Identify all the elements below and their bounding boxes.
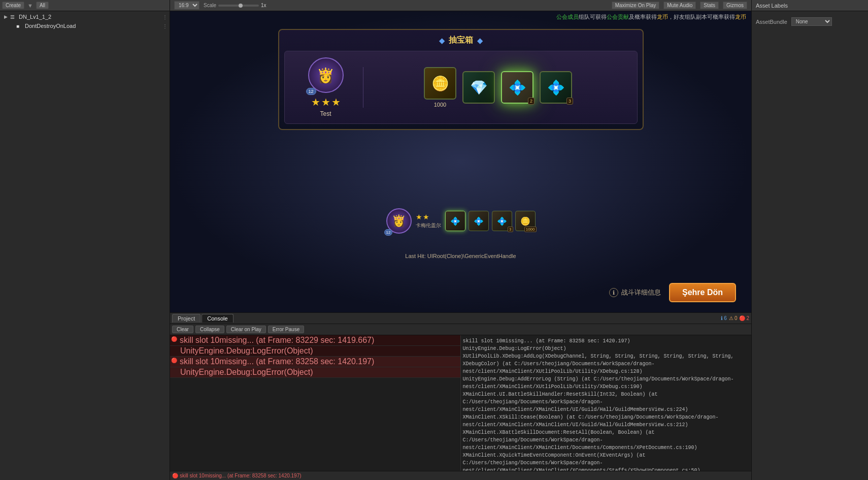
action-area: ℹ 战斗详细信息 Şehre Dön — [609, 283, 736, 302]
all-button[interactable]: All — [36, 2, 49, 9]
scale-label: Scale — [204, 3, 216, 8]
header-separator: ▼ — [27, 3, 33, 9]
treasure-modal: ◆ 抽宝箱 ◆ 👸 12 ★ ★ ★ Test — [278, 29, 644, 130]
tree-label-2: DontDestroyOnLoad — [25, 23, 76, 29]
asset-bundle-select[interactable]: None — [791, 17, 832, 26]
info-count-value: 6 — [724, 315, 727, 321]
star-2: ★ — [321, 96, 330, 108]
hierarchy-panel: Create ▼ All ▶ ☰ DN_Lv1_1_2 ⋮ ■ DontDest… — [0, 0, 170, 480]
tree-item-dontdestroy[interactable]: ■ DontDestroyOnLoad ⋮ — [0, 21, 170, 30]
top-bar: 16:9 Scale 1x Maximize On Play Mute Audi… — [170, 0, 751, 11]
detail-line-4: XMainClient.UI.BattleSkillHandler:ResetS… — [463, 391, 750, 413]
treasure-content: 👸 12 ★ ★ ★ Test 🪙 — [284, 51, 638, 124]
player-name: Test — [320, 110, 331, 117]
game-viewport: 公会成员组队可获得公会贡献及概率获得龙币，好友组队副本可概率获得龙币 ◆ 抽宝箱… — [170, 11, 751, 312]
warn-icon-badge: ⚠ — [729, 315, 733, 321]
announcement-dragon-coin: 龙币 — [657, 14, 668, 20]
player-level-badge: 12 — [306, 88, 316, 95]
small-star-2: ★ — [423, 213, 429, 221]
detail-line-3: UnityEngine.Debug:AddErrorLog (String) (… — [463, 375, 750, 391]
console-panel: Project Console ℹ 6 ⚠ 0 🔴 2 Clear — [170, 312, 751, 480]
error-count: 🔴 2 — [739, 315, 749, 321]
reward-gem2-badge: 2 — [528, 98, 535, 105]
tree-options-2[interactable]: ⋮ — [162, 23, 168, 29]
detail-line-1: UnityEngine.Debug:LogError(Object) — [463, 345, 750, 353]
asset-bundle-row: AssetBundle None — [756, 17, 864, 26]
small-reward-4: 🪙 1000 — [515, 211, 536, 231]
maximize-on-play-btn[interactable]: Maximize On Play — [612, 2, 660, 9]
console-output-container: 🔴 skill slot 10missing... (at Frame: 832… — [170, 335, 751, 471]
log-line-3[interactable]: 🔴 skill slot 10missing... (at Frame: 832… — [170, 357, 460, 367]
clear-button[interactable]: Clear — [172, 326, 193, 333]
top-bar-right: Maximize On Play Mute Audio Stats Gizmos — [612, 2, 747, 9]
scene-icon: ☰ — [10, 14, 17, 20]
mute-audio-btn[interactable]: Mute Audio — [663, 2, 696, 9]
reward-gem2: 💠 2 — [501, 71, 533, 104]
info-count: ℹ 6 — [721, 315, 727, 321]
collapse-button[interactable]: Collapse — [195, 326, 224, 333]
gem3-emoji: 💠 — [547, 79, 565, 96]
create-button[interactable]: Create — [2, 2, 24, 9]
error-icon-badge: 🔴 — [739, 315, 745, 321]
star-3: ★ — [331, 96, 341, 108]
status-bar: 🔴 skill slot 10missing... (at Frame: 832… — [170, 471, 751, 480]
gem2-emoji: 💠 — [509, 79, 526, 96]
tab-project[interactable]: Project — [172, 314, 201, 323]
announcement-dragon-coin2: 龙币 — [735, 14, 746, 20]
console-count: ℹ 6 ⚠ 0 🔴 2 — [721, 315, 749, 321]
small-gem1-emoji: 💠 — [450, 216, 460, 226]
tree-item-dn-lv1[interactable]: ▶ ☰ DN_Lv1_1_2 ⋮ — [0, 12, 170, 21]
player-avatar-container: 👸 12 — [308, 57, 344, 93]
small-star-1: ★ — [416, 213, 422, 221]
battle-details[interactable]: ℹ 战斗详细信息 — [609, 288, 661, 297]
reward-coin: 🪙 1000 — [424, 67, 456, 108]
announcement-text2: 组队可获得 — [579, 14, 607, 20]
divider-line — [363, 67, 363, 108]
error-pause-button[interactable]: Error Pause — [268, 326, 304, 333]
announcement-text3: 及概率获得 — [629, 14, 657, 20]
reward-gem1: 💎 — [462, 71, 495, 104]
log-line-4[interactable]: UnityEngine.Debug:LogError(Object) — [170, 367, 460, 378]
last-hit-text: Last Hit: UIRoot(Clone)\GenericEventHand… — [405, 253, 516, 259]
tree-options[interactable]: ⋮ — [162, 14, 168, 20]
stats-btn[interactable]: Stats — [700, 2, 719, 9]
clear-on-play-button[interactable]: Clear on Play — [226, 326, 266, 333]
scale-value: 1x — [261, 3, 266, 8]
hierarchy-header: Create ▼ All — [0, 0, 170, 11]
announcement-guild-contribution: 公会贡献 — [607, 14, 629, 20]
log-line-2[interactable]: UnityEngine.Debug:LogError(Object) — [170, 346, 460, 357]
reward-gem1-icon: 💎 — [462, 71, 495, 104]
log-text-2: UnityEngine.Debug:LogError(Object) — [180, 346, 459, 356]
small-reward-1: 💠 — [445, 211, 465, 231]
rewards-container: 🪙 1000 💎 💠 2 — [368, 67, 629, 108]
small-coin-emoji: 🪙 — [520, 216, 530, 226]
scale-thumb — [239, 4, 243, 8]
player-stars: ★ ★ ★ — [311, 96, 341, 108]
log-line-1[interactable]: 🔴 skill slot 10missing... (at Frame: 832… — [170, 335, 460, 346]
return-to-city-button[interactable]: Şehre Dön — [669, 283, 736, 302]
small-reward-items: 💠 💠 💠 3 🪙 1000 — [445, 211, 536, 231]
gizmos-btn[interactable]: Gizmos — [723, 2, 747, 9]
star-1: ★ — [311, 96, 320, 108]
reward-coin-count: 1000 — [434, 102, 446, 108]
aspect-ratio-select[interactable]: 16:9 — [174, 1, 199, 10]
tab-console[interactable]: Console — [202, 314, 233, 323]
scale-bar[interactable] — [218, 5, 259, 7]
gem1-emoji: 💎 — [470, 79, 488, 96]
title-diamond-right: ◆ — [477, 37, 483, 45]
treasure-title-text: 抽宝箱 — [449, 35, 473, 46]
console-log-list[interactable]: 🔴 skill slot 10missing... (at Frame: 832… — [170, 335, 461, 471]
warn-count: ⚠ 0 — [729, 315, 738, 321]
detail-line-6: XMainClient.XBattleSkillDocument:ResetAl… — [463, 429, 750, 452]
status-error-icon: 🔴 — [172, 473, 178, 478]
object-icon: ■ — [16, 23, 23, 29]
log-text-3: skill slot 10missing... (at Frame: 83258… — [180, 357, 459, 366]
console-toolbar: Clear Collapse Clear on Play Error Pause — [170, 324, 751, 335]
reward-gem3-badge: 3 — [566, 98, 573, 105]
console-detail: skill slot 10missing... (at Frame: 83258… — [461, 335, 752, 471]
small-gem3-badge: 3 — [508, 227, 513, 232]
asset-labels-panel: Asset Labels AssetBundle None — [751, 0, 868, 480]
second-reward-row: 👸 12 ★ ★ 卡梅伦盖尔 💠 💠 💠 3 — [386, 208, 536, 234]
log-text-1: skill slot 10missing... (at Frame: 83229… — [180, 336, 459, 345]
small-level-badge: 12 — [384, 229, 393, 236]
